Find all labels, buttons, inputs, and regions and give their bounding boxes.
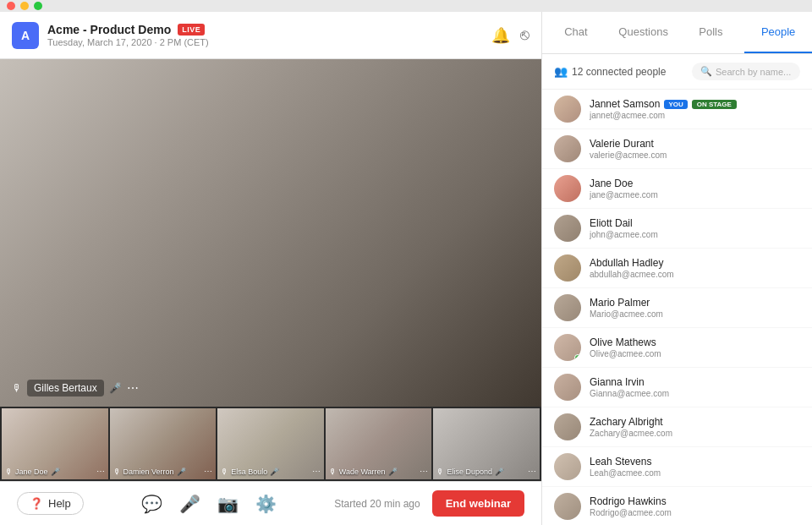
avatar [554,413,581,440]
thumb-1-name: Jane Doe [15,468,48,476]
thumbnail-1[interactable]: 🎙 Jane Doe 🎤 ⋯ [2,408,108,479]
person-name-row: Eliott Dail [590,217,800,229]
person-name: Jane Doe [590,178,633,189]
window-bar [0,0,812,12]
right-panel: Chat Questions Polls People 👥 12 connect… [541,12,812,525]
avatar [554,254,581,282]
app-icon: A [12,22,39,49]
tab-people[interactable]: People [744,12,812,53]
bottom-right: Started 20 min ago End webinar [334,490,524,517]
person-item: Abdullah Hadleyabdullah@acmee.com [542,249,812,288]
people-list: Jannet SamsonYOUON STAGEjannet@acmee.com… [542,90,812,525]
on-stage-badge: ON STAGE [692,100,737,109]
person-name-row: Jannet SamsonYOUON STAGE [590,98,800,110]
session-title: Acme - Product Demo [47,23,171,36]
person-item: Jane Doejane@acmee.com [542,169,812,209]
search-input[interactable] [716,67,792,77]
thumbnail-3[interactable]: 🎙 Elsa Boulo 🎤 ⋯ [217,408,324,479]
close-button[interactable] [7,2,15,10]
thumb-5-dots[interactable]: ⋯ [528,467,536,476]
tab-polls[interactable]: Polls [678,12,745,53]
mic-ctrl-button[interactable]: 🎤 [179,494,200,514]
thumb-2-dots[interactable]: ⋯ [204,467,212,476]
thumb-3-name: Elsa Boulo [231,468,267,476]
person-email: jannet@acmee.com [590,111,800,120]
person-email: jane@acmee.com [590,190,800,200]
person-name-row: Leah Stevens [590,456,800,468]
thumb-1-dots[interactable]: ⋯ [96,467,105,476]
tab-chat[interactable]: Chat [542,12,610,53]
person-name-row: Valerie Durant [590,138,800,150]
person-email: Leah@acmee.com [590,468,800,478]
person-email: abdullah@acmee.com [590,270,800,279]
avatar [554,215,581,242]
thumbnail-2[interactable]: 🎙 Damien Verron 🎤 ⋯ [110,408,217,479]
thumb-4-name-tag: 🎙 Wade Warren 🎤 [329,468,398,476]
thumb-5-mic2-icon: 🎤 [495,468,504,476]
avatar [554,96,581,123]
help-circle-icon: ❓ [30,497,43,510]
maximize-button[interactable] [34,2,42,10]
person-item: Eliott Dailjohn@acmee.com [542,209,812,249]
online-dot [574,354,581,361]
person-email: Zachary@acmee.com [590,429,800,438]
bottom-left: ❓ Help [17,492,84,515]
person-info: Gianna IrvinGianna@acmee.com [590,376,800,398]
thumb-2-mic-icon: 🎙 [113,468,121,476]
tab-questions[interactable]: Questions [610,12,678,53]
thumb-5-name: Elise Dupond [447,468,492,476]
thumb-5-mic-icon: 🎙 [436,468,444,476]
search-box[interactable]: 🔍 [692,63,800,80]
camera-ctrl-button[interactable]: 📷 [217,494,239,514]
thumbnail-5[interactable]: 🎙 Elise Dupond 🎤 ⋯ [433,408,540,479]
thumb-3-name-tag: 🎙 Elsa Boulo 🎤 [221,468,279,476]
person-email: john@acmee.com [590,230,800,239]
person-info: Jane Doejane@acmee.com [590,178,800,200]
presenter-name: Gilles Bertaux [27,380,104,396]
end-webinar-button[interactable]: End webinar [432,490,524,517]
thumb-2-name-tag: 🎙 Damien Verron 🎤 [113,468,186,476]
search-icon: 🔍 [700,66,712,77]
avatar [554,175,581,202]
thumb-3-dots[interactable]: ⋯ [312,467,321,476]
exit-button[interactable]: ⎋ [520,26,529,44]
person-info: Eliott Dailjohn@acmee.com [590,217,800,239]
avatar [554,334,581,361]
bell-button[interactable]: 🔔 [491,26,510,45]
presenter-mic-small: 🎤 [109,382,122,394]
person-name-row: Olive Mathews [590,336,800,348]
video-placeholder [0,59,541,407]
left-panel: A Acme - Product Demo LIVE Tuesday, Marc… [0,12,541,525]
thumb-3-mic-icon: 🎙 [221,468,228,476]
person-email: Mario@acmee.com [590,309,800,319]
person-name-row: Zachary Albright [590,416,800,428]
person-info: Jannet SamsonYOUON STAGEjannet@acmee.com [590,98,800,120]
help-button[interactable]: ❓ Help [17,492,84,515]
session-status: Started 20 min ago [334,498,420,510]
avatar [554,374,581,401]
presenter-menu-dots[interactable]: ⋯ [127,381,139,395]
person-info: Abdullah Hadleyabdullah@acmee.com [590,257,800,279]
chat-ctrl-button[interactable]: 💬 [141,494,162,514]
settings-ctrl-button[interactable]: ⚙️ [255,494,277,514]
session-subtitle: Tuesday, March 17, 2020 · 2 PM (CET) [47,37,209,47]
person-name-row: Rodrigo Hawkins [590,495,800,507]
thumb-4-mic-icon: 🎙 [329,468,337,476]
thumb-4-dots[interactable]: ⋯ [420,467,428,476]
people-count-icon: 👥 [554,65,568,78]
header-actions: 🔔 ⎋ [491,26,529,45]
presenter-mic-icon: 🎙 [12,382,22,394]
minimize-button[interactable] [20,2,29,10]
main-layout: A Acme - Product Demo LIVE Tuesday, Marc… [0,12,812,525]
connected-count: 12 connected people [572,66,666,78]
thumbnails-row: 🎙 Jane Doe 🎤 ⋯ 🎙 Damien Verron 🎤 ⋯ 🎙 [0,407,541,481]
person-item: Jannet SamsonYOUON STAGEjannet@acmee.com [542,90,812,129]
person-name: Eliott Dail [590,217,633,229]
avatar [554,135,581,162]
main-video: 🎙 Gilles Bertaux 🎤 ⋯ [0,59,541,407]
presenter-name-tag: 🎙 Gilles Bertaux 🎤 ⋯ [12,380,139,396]
thumbnail-4[interactable]: 🎙 Wade Warren 🎤 ⋯ [326,408,432,479]
person-name-row: Mario Palmer [590,297,800,309]
tabs-row: Chat Questions Polls People [542,12,812,54]
thumb-2-mic2-icon: 🎤 [177,468,186,476]
